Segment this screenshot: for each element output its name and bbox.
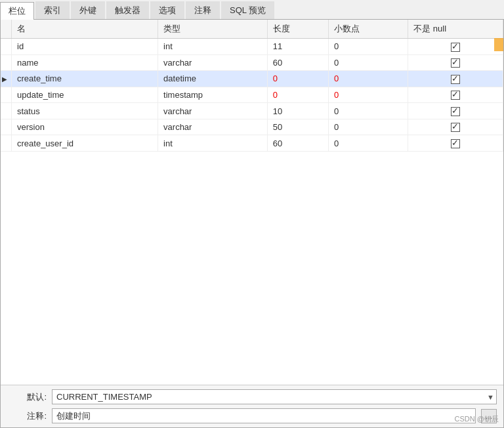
tab-trigger[interactable]: 触发器: [106, 1, 149, 19]
row-indicator: [1, 87, 12, 103]
arrow-icon: ▶: [2, 75, 7, 83]
field-name: create_user_id: [12, 135, 158, 152]
field-decimals: 0: [328, 39, 408, 55]
field-not-null[interactable]: [408, 87, 503, 103]
field-type: varchar: [158, 54, 268, 71]
row-indicator: ▶: [1, 71, 12, 87]
field-name: status: [12, 103, 158, 119]
type-header: 类型: [158, 20, 268, 39]
field-length: 0: [267, 71, 328, 87]
field-decimals: 0: [328, 71, 408, 87]
tab-index[interactable]: 索引: [35, 1, 70, 19]
table-row[interactable]: update_timetimestamp00: [1, 87, 503, 103]
field-not-null[interactable]: [408, 135, 503, 152]
comment-row: 注释: ...: [7, 408, 497, 423]
field-length: 10: [267, 103, 328, 119]
default-input-wrap: CURRENT_TIMESTAMP ▼: [52, 389, 497, 404]
field-name: name: [12, 54, 158, 71]
field-type: int: [158, 135, 268, 152]
tab-columns[interactable]: 栏位: [0, 2, 34, 20]
not-null-checkbox[interactable]: [451, 43, 460, 52]
table-row[interactable]: statusvarchar100: [1, 103, 503, 119]
field-length: 60: [267, 135, 328, 152]
field-length: 0: [267, 87, 328, 103]
default-row: 默认: CURRENT_TIMESTAMP ▼: [7, 389, 497, 404]
tab-options[interactable]: 选项: [150, 1, 184, 19]
field-not-null[interactable]: [408, 54, 503, 71]
tab-foreign_key[interactable]: 外键: [71, 1, 105, 19]
field-length: 60: [267, 54, 328, 71]
field-name: create_time: [12, 71, 158, 87]
row-indicator: [1, 103, 12, 119]
not-null-checkbox[interactable]: [451, 58, 460, 68]
field-not-null[interactable]: [408, 71, 503, 87]
field-decimals: 0: [328, 135, 408, 152]
default-dropdown[interactable]: CURRENT_TIMESTAMP: [52, 389, 497, 404]
field-length: 11: [267, 39, 328, 55]
not-null-checkbox[interactable]: [451, 91, 460, 100]
field-not-null[interactable]: [408, 39, 503, 55]
table-row[interactable]: namevarchar600: [1, 54, 503, 71]
row-indicator: [1, 54, 12, 71]
field-type: varchar: [158, 119, 268, 135]
row-indicator: [1, 135, 12, 152]
table-row[interactable]: versionvarchar500: [1, 119, 503, 135]
table-wrapper: 名 类型 长度 小数点 不是 null idint110namevarchar6…: [1, 20, 503, 385]
field-decimals: 0: [328, 103, 408, 119]
row-indicator: [1, 119, 12, 135]
main-content: 名 类型 长度 小数点 不是 null idint110namevarchar6…: [0, 20, 504, 428]
tab-comment[interactable]: 注释: [186, 1, 220, 19]
field-not-null[interactable]: [408, 103, 503, 119]
field-name: version: [12, 119, 158, 135]
table-row[interactable]: create_user_idint600: [1, 135, 503, 152]
table-row[interactable]: ▶create_timedatetime00: [1, 71, 503, 87]
indicator-header: [1, 20, 12, 39]
field-type: datetime: [158, 71, 268, 87]
field-name: update_time: [12, 87, 158, 103]
not-null-checkbox[interactable]: [451, 107, 460, 116]
field-name: id: [12, 39, 158, 55]
tab-bar: 栏位索引外键触发器选项注释SQL 预览: [0, 0, 504, 20]
not-null-checkbox[interactable]: [451, 123, 460, 132]
not-null-header: 不是 null: [408, 20, 503, 39]
length-header: 长度: [267, 20, 328, 39]
default-label: 默认:: [7, 391, 47, 403]
row-indicator: [1, 39, 12, 55]
not-null-checkbox[interactable]: [451, 75, 460, 84]
decimals-header: 小数点: [328, 20, 408, 39]
field-decimals: 0: [328, 87, 408, 103]
field-decimals: 0: [328, 54, 408, 71]
comment-label: 注释:: [7, 410, 47, 422]
field-type: timestamp: [158, 87, 268, 103]
watermark: CSDN @钥辰: [455, 414, 499, 424]
field-decimals: 0: [328, 119, 408, 135]
name-header: 名: [12, 20, 158, 39]
columns-table: 名 类型 长度 小数点 不是 null idint110namevarchar6…: [1, 20, 503, 152]
field-length: 50: [267, 119, 328, 135]
bottom-area: 默认: CURRENT_TIMESTAMP ▼ 注释: ...: [1, 385, 503, 427]
field-type: int: [158, 39, 268, 55]
not-null-checkbox[interactable]: [451, 139, 460, 148]
tab-sql_preview[interactable]: SQL 预览: [221, 1, 274, 19]
field-type: varchar: [158, 103, 268, 119]
comment-input[interactable]: [52, 408, 476, 423]
scroll-indicator: [494, 38, 503, 51]
table-header-row: 名 类型 长度 小数点 不是 null: [1, 20, 503, 39]
field-not-null[interactable]: [408, 119, 503, 135]
table-row[interactable]: idint110: [1, 39, 503, 55]
